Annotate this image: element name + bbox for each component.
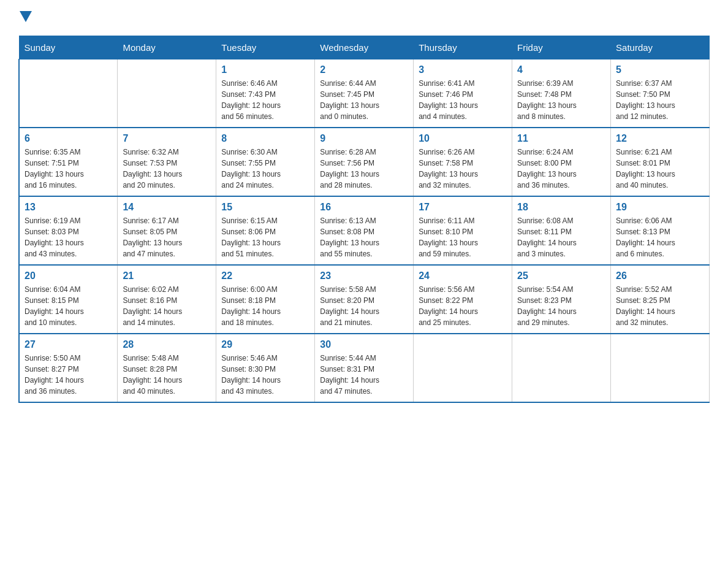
day-info: Sunrise: 6:08 AM Sunset: 8:11 PM Dayligh… (517, 215, 605, 259)
day-number: 23 (320, 270, 408, 282)
day-info: Sunrise: 6:19 AM Sunset: 8:03 PM Dayligh… (25, 215, 112, 259)
day-number: 20 (25, 270, 112, 282)
day-info: Sunrise: 6:44 AM Sunset: 7:45 PM Dayligh… (320, 78, 408, 122)
calendar-cell: 25Sunrise: 5:54 AM Sunset: 8:23 PM Dayli… (512, 265, 611, 334)
day-info: Sunrise: 5:44 AM Sunset: 8:31 PM Dayligh… (320, 353, 408, 397)
logo (18, 12, 32, 23)
day-info: Sunrise: 6:41 AM Sunset: 7:46 PM Dayligh… (419, 78, 507, 122)
calendar-cell: 2Sunrise: 6:44 AM Sunset: 7:45 PM Daylig… (315, 59, 414, 128)
calendar-cell: 5Sunrise: 6:37 AM Sunset: 7:50 PM Daylig… (611, 59, 710, 128)
calendar-week-row: 1Sunrise: 6:46 AM Sunset: 7:43 PM Daylig… (19, 59, 710, 128)
day-number: 6 (25, 133, 112, 144)
day-info: Sunrise: 6:13 AM Sunset: 8:08 PM Dayligh… (320, 215, 408, 259)
day-number: 30 (320, 339, 408, 350)
col-monday: Monday (118, 36, 216, 59)
calendar-cell (118, 59, 216, 128)
day-number: 21 (123, 270, 211, 282)
day-info: Sunrise: 5:52 AM Sunset: 8:25 PM Dayligh… (616, 284, 704, 328)
day-number: 13 (25, 202, 112, 213)
day-number: 5 (616, 64, 704, 75)
day-number: 10 (419, 133, 507, 144)
logo-triangle-icon (20, 11, 32, 23)
day-info: Sunrise: 6:26 AM Sunset: 7:58 PM Dayligh… (419, 147, 507, 191)
day-info: Sunrise: 6:17 AM Sunset: 8:05 PM Dayligh… (123, 215, 211, 259)
day-info: Sunrise: 6:00 AM Sunset: 8:18 PM Dayligh… (221, 284, 309, 328)
day-number: 17 (419, 202, 507, 213)
day-number: 16 (320, 202, 408, 213)
day-number: 1 (221, 64, 309, 75)
day-number: 7 (123, 133, 211, 144)
day-info: Sunrise: 6:02 AM Sunset: 8:16 PM Dayligh… (123, 284, 211, 328)
day-info: Sunrise: 6:32 AM Sunset: 7:53 PM Dayligh… (123, 147, 211, 191)
day-number: 19 (616, 202, 704, 213)
calendar-cell: 17Sunrise: 6:11 AM Sunset: 8:10 PM Dayli… (414, 196, 512, 265)
svg-marker-0 (20, 11, 32, 22)
day-info: Sunrise: 6:21 AM Sunset: 8:01 PM Dayligh… (616, 147, 704, 191)
calendar-week-row: 6Sunrise: 6:35 AM Sunset: 7:51 PM Daylig… (19, 128, 710, 196)
calendar-cell: 9Sunrise: 6:28 AM Sunset: 7:56 PM Daylig… (315, 128, 414, 196)
day-number: 15 (221, 202, 309, 213)
calendar-cell: 18Sunrise: 6:08 AM Sunset: 8:11 PM Dayli… (512, 196, 611, 265)
calendar-cell (414, 334, 512, 402)
day-info: Sunrise: 6:28 AM Sunset: 7:56 PM Dayligh… (320, 147, 408, 191)
calendar-cell: 29Sunrise: 5:46 AM Sunset: 8:30 PM Dayli… (216, 334, 315, 402)
calendar-cell: 7Sunrise: 6:32 AM Sunset: 7:53 PM Daylig… (118, 128, 216, 196)
day-number: 2 (320, 64, 408, 75)
day-info: Sunrise: 6:35 AM Sunset: 7:51 PM Dayligh… (25, 147, 112, 191)
day-info: Sunrise: 5:56 AM Sunset: 8:22 PM Dayligh… (419, 284, 507, 328)
calendar-cell: 15Sunrise: 6:15 AM Sunset: 8:06 PM Dayli… (216, 196, 315, 265)
day-info: Sunrise: 5:50 AM Sunset: 8:27 PM Dayligh… (25, 353, 112, 397)
day-info: Sunrise: 6:11 AM Sunset: 8:10 PM Dayligh… (419, 215, 507, 259)
day-number: 28 (123, 339, 211, 350)
calendar-cell: 6Sunrise: 6:35 AM Sunset: 7:51 PM Daylig… (19, 128, 118, 196)
calendar-cell: 12Sunrise: 6:21 AM Sunset: 8:01 PM Dayli… (611, 128, 710, 196)
calendar-cell: 20Sunrise: 6:04 AM Sunset: 8:15 PM Dayli… (19, 265, 118, 334)
col-thursday: Thursday (414, 36, 512, 59)
day-info: Sunrise: 6:24 AM Sunset: 8:00 PM Dayligh… (517, 147, 605, 191)
calendar-cell: 13Sunrise: 6:19 AM Sunset: 8:03 PM Dayli… (19, 196, 118, 265)
calendar-cell (19, 59, 118, 128)
col-sunday: Sunday (19, 36, 118, 59)
calendar-cell: 26Sunrise: 5:52 AM Sunset: 8:25 PM Dayli… (611, 265, 710, 334)
calendar-cell: 11Sunrise: 6:24 AM Sunset: 8:00 PM Dayli… (512, 128, 611, 196)
day-number: 18 (517, 202, 605, 213)
day-number: 8 (221, 133, 309, 144)
calendar-table: Sunday Monday Tuesday Wednesday Thursday… (18, 36, 710, 403)
day-number: 26 (616, 270, 704, 282)
day-info: Sunrise: 6:15 AM Sunset: 8:06 PM Dayligh… (221, 215, 309, 259)
day-info: Sunrise: 6:30 AM Sunset: 7:55 PM Dayligh… (221, 147, 309, 191)
calendar-week-row: 27Sunrise: 5:50 AM Sunset: 8:27 PM Dayli… (19, 334, 710, 402)
day-info: Sunrise: 6:46 AM Sunset: 7:43 PM Dayligh… (221, 78, 309, 122)
calendar-cell: 3Sunrise: 6:41 AM Sunset: 7:46 PM Daylig… (414, 59, 512, 128)
day-number: 25 (517, 270, 605, 282)
day-info: Sunrise: 5:46 AM Sunset: 8:30 PM Dayligh… (221, 353, 309, 397)
calendar-cell: 30Sunrise: 5:44 AM Sunset: 8:31 PM Dayli… (315, 334, 414, 402)
calendar-cell: 21Sunrise: 6:02 AM Sunset: 8:16 PM Dayli… (118, 265, 216, 334)
calendar-cell: 16Sunrise: 6:13 AM Sunset: 8:08 PM Dayli… (315, 196, 414, 265)
day-info: Sunrise: 5:54 AM Sunset: 8:23 PM Dayligh… (517, 284, 605, 328)
calendar-cell: 14Sunrise: 6:17 AM Sunset: 8:05 PM Dayli… (118, 196, 216, 265)
calendar-week-row: 13Sunrise: 6:19 AM Sunset: 8:03 PM Dayli… (19, 196, 710, 265)
col-tuesday: Tuesday (216, 36, 315, 59)
day-number: 14 (123, 202, 211, 213)
calendar-cell (611, 334, 710, 402)
day-number: 4 (517, 64, 605, 75)
calendar-cell: 24Sunrise: 5:56 AM Sunset: 8:22 PM Dayli… (414, 265, 512, 334)
calendar-cell: 19Sunrise: 6:06 AM Sunset: 8:13 PM Dayli… (611, 196, 710, 265)
col-friday: Friday (512, 36, 611, 59)
day-info: Sunrise: 6:06 AM Sunset: 8:13 PM Dayligh… (616, 215, 704, 259)
calendar-cell (512, 334, 611, 402)
calendar-week-row: 20Sunrise: 6:04 AM Sunset: 8:15 PM Dayli… (19, 265, 710, 334)
page-header (18, 12, 710, 23)
day-number: 12 (616, 133, 704, 144)
day-number: 27 (25, 339, 112, 350)
day-number: 22 (221, 270, 309, 282)
day-number: 24 (419, 270, 507, 282)
day-number: 9 (320, 133, 408, 144)
calendar-cell: 23Sunrise: 5:58 AM Sunset: 8:20 PM Dayli… (315, 265, 414, 334)
calendar-cell: 1Sunrise: 6:46 AM Sunset: 7:43 PM Daylig… (216, 59, 315, 128)
calendar-cell: 10Sunrise: 6:26 AM Sunset: 7:58 PM Dayli… (414, 128, 512, 196)
calendar-cell: 27Sunrise: 5:50 AM Sunset: 8:27 PM Dayli… (19, 334, 118, 402)
col-saturday: Saturday (611, 36, 710, 59)
calendar-header-row: Sunday Monday Tuesday Wednesday Thursday… (19, 36, 710, 59)
